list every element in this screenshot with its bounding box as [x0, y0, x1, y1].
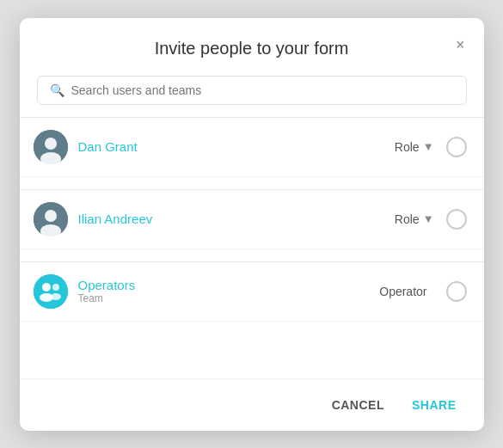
user-name: Operators [78, 278, 380, 292]
user-name: Ilian Andreev [78, 212, 395, 226]
chevron-down-icon: ▼ [423, 212, 434, 225]
avatar-svg [34, 130, 68, 164]
role-dropdown[interactable]: Role ▼ [395, 140, 434, 154]
role-label: Role [395, 212, 420, 226]
svg-point-4 [45, 210, 57, 222]
avatar-svg [34, 202, 68, 236]
select-radio[interactable] [446, 137, 467, 157]
user-sub: Team [78, 292, 380, 304]
avatar: ◯ [34, 130, 68, 164]
team-avatar-svg [34, 274, 68, 309]
svg-point-7 [42, 283, 51, 292]
avatar [34, 274, 68, 309]
table-row: Ilian Andreev Role ▼ [20, 190, 484, 249]
modal-header: Invite people to your form × [20, 18, 484, 69]
user-info: Ilian Andreev [78, 212, 395, 226]
modal-footer: CANCEL SHARE [20, 378, 484, 431]
select-radio[interactable] [446, 281, 467, 302]
search-bar: 🔍 [37, 76, 467, 105]
table-row: ◯ Dan Grant Role ▼ [20, 118, 484, 177]
user-list: ◯ Dan Grant Role ▼ [20, 118, 484, 378]
user-name: Dan Grant [78, 139, 395, 154]
avatar [34, 202, 68, 236]
modal-title: Invite people to your form [155, 39, 349, 58]
close-button[interactable]: × [452, 34, 469, 56]
role-label: Role [395, 140, 420, 154]
chevron-down-icon: ▼ [423, 140, 434, 153]
role-label: Operator [379, 285, 426, 298]
share-button[interactable]: SHARE [405, 393, 463, 417]
cancel-button[interactable]: CANCEL [325, 393, 391, 417]
svg-point-1 [45, 138, 57, 150]
user-info: Dan Grant [78, 139, 395, 154]
invite-modal: Invite people to your form × 🔍 ◯ Dan Gra… [20, 18, 484, 431]
table-row: Operators Team Operator [20, 262, 484, 322]
svg-point-10 [51, 293, 61, 300]
role-dropdown[interactable]: Role ▼ [395, 212, 434, 226]
search-input[interactable] [71, 83, 454, 97]
svg-point-9 [52, 284, 59, 291]
svg-point-6 [34, 274, 68, 309]
user-info: Operators Team [78, 278, 380, 304]
select-radio[interactable] [446, 209, 467, 230]
search-icon: 🔍 [50, 83, 64, 97]
